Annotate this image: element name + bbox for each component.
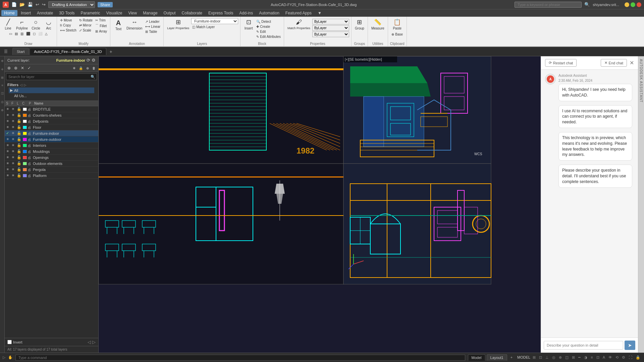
menu-visualize[interactable]: Visualize (104, 10, 125, 16)
menu-home[interactable]: Home (1, 10, 17, 16)
snap2-icon[interactable]: ✛ (0, 66, 5, 73)
all-used-filter[interactable]: All Us... (9, 93, 94, 99)
anno-visibility-icon[interactable]: 👁 (607, 355, 613, 360)
layer-lock-all-btn[interactable]: 🔒 (77, 66, 84, 71)
add-layout-btn[interactable]: + (508, 354, 515, 361)
view-side-icon[interactable]: ◫ (0, 89, 5, 97)
layout1-tab[interactable]: Layout1 (487, 354, 507, 361)
layer-refresh-btn[interactable]: ⟳ (87, 58, 90, 63)
layer-row[interactable]: ✓ ☀ 🔓 🖨 Furniture-indoor (5, 130, 98, 136)
delete-layer-btn[interactable]: ✕ (19, 65, 25, 71)
dynin-icon[interactable]: ⊞ (571, 355, 576, 360)
search-btn[interactable]: 🔍 (584, 2, 590, 7)
table-btn[interactable]: ⊞ Table (144, 29, 161, 34)
collapse-panel-btn2[interactable]: ▷ (92, 340, 96, 345)
arc-btn[interactable]: ◡ Arc (43, 18, 55, 31)
layer-row[interactable]: ☀ ☀ 🔓 🖨 Mouldings (5, 148, 98, 155)
rectangle-btn[interactable]: ▭ (8, 32, 13, 36)
save-btn[interactable]: 💾 (28, 2, 33, 7)
circle-btn[interactable]: ○ Circle (30, 18, 42, 31)
workspace-selector[interactable]: Drafting & Annotation (48, 1, 95, 8)
invert-checkbox[interactable] (7, 340, 12, 344)
new-layer-vp-btn[interactable]: ⊕ (13, 65, 19, 71)
layer-delete-all-btn[interactable]: 🗑 (91, 66, 97, 71)
rotate-btn[interactable]: ↻ Rotate (78, 18, 94, 22)
layer-settings-btn[interactable]: ⚙ (92, 58, 96, 63)
chat-send-btn[interactable]: ➤ (625, 341, 635, 350)
sel-cycling-icon[interactable]: ⊡ (595, 355, 600, 360)
layer-merge-btn[interactable]: ⊕ (85, 66, 90, 71)
menu-insert[interactable]: Insert (18, 10, 34, 16)
trim-btn[interactable]: ✂ Trim (94, 18, 108, 22)
lineweight-icon[interactable]: ━ (577, 355, 582, 360)
scale-btn[interactable]: ⤢ Scale (78, 28, 94, 33)
mirror-btn[interactable]: ⇌ Mirror (78, 23, 94, 27)
menu-addins[interactable]: Add-ins (236, 10, 256, 16)
fillet-btn[interactable]: ⌒ Fillet (94, 23, 108, 28)
menu-parametric[interactable]: Parametric (78, 10, 103, 16)
layer-row[interactable]: ☀ ☀ 🔓 🖨 Defpoints (5, 118, 98, 124)
menu-more[interactable]: ▼ (315, 10, 324, 16)
ortho-icon[interactable]: ⊥ (544, 355, 550, 360)
chat-input[interactable] (544, 341, 623, 350)
osnap-icon[interactable]: ⊕ (558, 355, 563, 360)
otrack-icon[interactable]: ◫ (564, 355, 570, 360)
restart-chat-btn[interactable]: ⟳ Restart chat (545, 59, 577, 67)
layer-row[interactable]: ☀ ☀ 🔓 🖨 Outdoor-elements (5, 161, 98, 167)
menu-output[interactable]: Output (161, 10, 178, 16)
menu-manage[interactable]: Manage (140, 10, 160, 16)
polar-icon[interactable]: ◎ (551, 355, 556, 360)
edit-attributes-btn[interactable]: ✎ Edit Attributes (255, 35, 282, 39)
undo-btn[interactable]: ↩ (36, 2, 39, 7)
all-layers-filter[interactable]: ▶ All (9, 87, 94, 93)
lock-ui-icon[interactable]: 🔒 (635, 355, 641, 360)
menu-annotate[interactable]: Annotate (34, 10, 56, 16)
array-btn[interactable]: ⊞ Array (94, 29, 108, 34)
anno-scale-icon[interactable]: A (602, 355, 606, 360)
insert-btn[interactable]: ⊡ Insert (243, 18, 255, 39)
polyline-btn[interactable]: ⌐ Polyline (15, 18, 29, 31)
nav-side-icon[interactable]: ◎ (0, 98, 5, 106)
redo-btn[interactable]: ↪ (42, 2, 46, 7)
region-btn[interactable]: ◻ (32, 32, 37, 36)
minimize-btn[interactable] (625, 2, 629, 7)
start-tab[interactable]: Start (12, 48, 29, 55)
text-btn[interactable]: A Text (112, 18, 124, 34)
fullscreen-icon[interactable]: ⛶ (628, 355, 633, 360)
line-btn[interactable]: ╱ Line (2, 18, 14, 31)
menu-view[interactable]: View (125, 10, 140, 16)
group-btn[interactable]: ⊞ Group (354, 18, 366, 31)
model-tab[interactable]: Model (468, 354, 485, 361)
match-layer-btn[interactable]: ◫ Match Layer (191, 25, 216, 29)
menu-automation[interactable]: Automation (256, 10, 282, 16)
paste-btn[interactable]: 📋 Paste (391, 18, 403, 31)
layer-search-input[interactable] (6, 74, 89, 80)
bylayer-color-dropdown[interactable]: ByLayer (312, 19, 349, 24)
search-input[interactable] (515, 2, 582, 8)
snap-icon[interactable]: ⊕ (0, 58, 5, 64)
add-tab-btn[interactable]: + (107, 48, 115, 56)
revision-btn[interactable]: △ (44, 32, 49, 36)
layer-row[interactable]: ☀ ☀ 🔓 🖨 BRDTITLE (5, 106, 98, 112)
match-properties-btn[interactable]: 🖌 Match Properties (286, 18, 312, 37)
layer-side-icon[interactable]: ⊞ (0, 74, 5, 81)
chat-close-btn[interactable]: ✕ (630, 60, 634, 66)
end-chat-btn[interactable]: ✕ End chat (601, 59, 627, 67)
zoom-side-icon[interactable]: ⊕ (0, 107, 5, 114)
qprop-icon[interactable]: ≡ (590, 355, 594, 360)
dimension-btn[interactable]: ↔ Dimension (125, 18, 144, 34)
menu-collaborate[interactable]: Collaborate (179, 10, 205, 16)
share-btn[interactable]: Share (98, 2, 113, 7)
new-file-btn[interactable]: 📄 (11, 2, 17, 7)
detect-btn[interactable]: 🔍 Detect (255, 19, 282, 24)
move-btn[interactable]: ✛ Move (59, 18, 77, 22)
copy-btn[interactable]: ⎘ Copy (59, 23, 77, 27)
layer-row[interactable]: ☀ ☀ 🔓 🖨 Interiors (5, 142, 98, 148)
layer-row[interactable]: ☀ ☀ 🔓 🖨 Counters-shelves (5, 112, 98, 118)
snap-status-icon[interactable]: ⊡ (538, 355, 543, 360)
grid-icon[interactable]: ⊞ (532, 355, 537, 360)
layer-row[interactable]: ☀ ☀ 🔓 🖨 Openings (5, 155, 98, 161)
drawing-tab[interactable]: AutoCAD-FY25_Fire---Book-Cafe_01_3D (30, 48, 106, 55)
layer-row[interactable]: ☀ ☀ 🔓 🖨 Platform (5, 173, 98, 179)
collapse-panel-btn[interactable]: ◁ (88, 340, 91, 345)
